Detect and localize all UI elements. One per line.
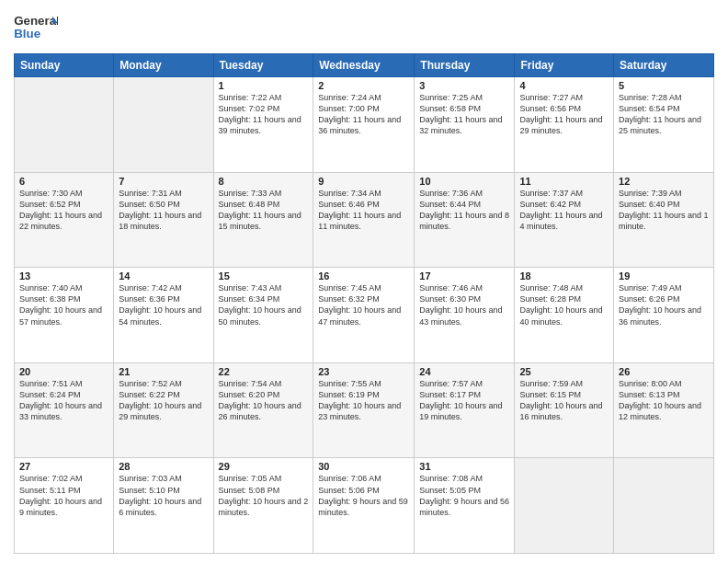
calendar-cell: [614, 458, 714, 554]
day-header-sunday: Sunday: [15, 54, 114, 77]
day-info: Sunrise: 7:30 AMSunset: 6:52 PMDaylight:…: [19, 188, 108, 233]
day-info: Sunrise: 7:37 AMSunset: 6:42 PMDaylight:…: [519, 188, 609, 233]
calendar-cell: 14Sunrise: 7:42 AMSunset: 6:36 PMDayligh…: [114, 268, 213, 363]
day-info: Sunrise: 7:05 AMSunset: 5:08 PMDaylight:…: [219, 473, 309, 518]
day-number: 26: [619, 366, 709, 377]
day-number: 16: [318, 270, 409, 282]
day-info: Sunrise: 7:24 AMSunset: 7:00 PMDaylight:…: [318, 92, 409, 137]
calendar-cell: 25Sunrise: 7:59 AMSunset: 6:15 PMDayligh…: [515, 362, 614, 458]
calendar-table: SundayMondayTuesdayWednesdayThursdayFrid…: [14, 53, 714, 554]
calendar-cell: 4Sunrise: 7:27 AMSunset: 6:56 PMDaylight…: [515, 77, 614, 173]
day-number: 7: [119, 176, 208, 187]
logo-icon: General Blue: [14, 9, 58, 46]
day-number: 29: [219, 461, 309, 472]
day-info: Sunrise: 7:39 AMSunset: 6:40 PMDaylight:…: [619, 188, 709, 233]
day-number: 12: [619, 176, 709, 187]
calendar-cell: 19Sunrise: 7:49 AMSunset: 6:26 PMDayligh…: [614, 268, 714, 363]
day-number: 20: [19, 366, 108, 377]
day-header-wednesday: Wednesday: [313, 54, 415, 77]
day-number: 1: [219, 80, 309, 91]
day-number: 11: [519, 176, 609, 187]
day-header-monday: Monday: [114, 54, 213, 77]
day-number: 25: [519, 366, 609, 377]
day-info: Sunrise: 7:34 AMSunset: 6:46 PMDaylight:…: [318, 188, 409, 233]
day-info: Sunrise: 7:42 AMSunset: 6:36 PMDaylight:…: [119, 282, 208, 327]
calendar-cell: 28Sunrise: 7:03 AMSunset: 5:10 PMDayligh…: [114, 458, 213, 554]
calendar-cell: 21Sunrise: 7:52 AMSunset: 6:22 PMDayligh…: [114, 362, 213, 458]
day-number: 8: [219, 176, 309, 187]
svg-text:General: General: [14, 14, 58, 28]
day-info: Sunrise: 7:51 AMSunset: 6:24 PMDaylight:…: [19, 378, 108, 423]
day-info: Sunrise: 7:54 AMSunset: 6:20 PMDaylight:…: [219, 378, 309, 423]
calendar-cell: 20Sunrise: 7:51 AMSunset: 6:24 PMDayligh…: [15, 362, 114, 458]
calendar-cell: 27Sunrise: 7:02 AMSunset: 5:11 PMDayligh…: [15, 458, 114, 554]
day-info: Sunrise: 7:31 AMSunset: 6:50 PMDaylight:…: [119, 188, 208, 233]
day-number: 13: [19, 270, 108, 282]
day-number: 31: [419, 461, 509, 472]
calendar-cell: 6Sunrise: 7:30 AMSunset: 6:52 PMDaylight…: [15, 172, 114, 268]
day-info: Sunrise: 7:02 AMSunset: 5:11 PMDaylight:…: [19, 473, 108, 518]
day-number: 27: [19, 461, 108, 472]
day-number: 23: [318, 366, 409, 377]
calendar-cell: 11Sunrise: 7:37 AMSunset: 6:42 PMDayligh…: [515, 172, 614, 268]
calendar-cell: 1Sunrise: 7:22 AMSunset: 7:02 PMDaylight…: [213, 77, 313, 173]
day-number: 4: [519, 80, 609, 91]
day-info: Sunrise: 7:22 AMSunset: 7:02 PMDaylight:…: [219, 92, 309, 137]
week-row-3: 20Sunrise: 7:51 AMSunset: 6:24 PMDayligh…: [15, 362, 714, 458]
week-row-0: 1Sunrise: 7:22 AMSunset: 7:02 PMDaylight…: [15, 77, 714, 173]
day-info: Sunrise: 7:33 AMSunset: 6:48 PMDaylight:…: [219, 188, 309, 233]
day-info: Sunrise: 7:25 AMSunset: 6:58 PMDaylight:…: [419, 92, 509, 137]
day-number: 14: [119, 270, 208, 282]
day-number: 9: [318, 176, 409, 187]
page: General Blue SundayMondayTuesdayWednesda…: [0, 0, 728, 563]
calendar-cell: [515, 458, 614, 554]
calendar-cell: 26Sunrise: 8:00 AMSunset: 6:13 PMDayligh…: [614, 362, 714, 458]
calendar-cell: 18Sunrise: 7:48 AMSunset: 6:28 PMDayligh…: [515, 268, 614, 363]
calendar-cell: 15Sunrise: 7:43 AMSunset: 6:34 PMDayligh…: [213, 268, 313, 363]
day-info: Sunrise: 7:03 AMSunset: 5:10 PMDaylight:…: [119, 473, 208, 518]
day-number: 10: [419, 176, 509, 187]
svg-text:Blue: Blue: [14, 27, 40, 40]
calendar-cell: 24Sunrise: 7:57 AMSunset: 6:17 PMDayligh…: [415, 362, 515, 458]
calendar-cell: [15, 77, 114, 173]
calendar-cell: 30Sunrise: 7:06 AMSunset: 5:06 PMDayligh…: [313, 458, 415, 554]
day-info: Sunrise: 7:36 AMSunset: 6:44 PMDaylight:…: [419, 188, 509, 233]
day-info: Sunrise: 7:27 AMSunset: 6:56 PMDaylight:…: [519, 92, 609, 137]
week-row-2: 13Sunrise: 7:40 AMSunset: 6:38 PMDayligh…: [15, 268, 714, 363]
day-info: Sunrise: 7:45 AMSunset: 6:32 PMDaylight:…: [318, 282, 409, 327]
day-number: 18: [519, 270, 609, 282]
calendar-cell: 17Sunrise: 7:46 AMSunset: 6:30 PMDayligh…: [415, 268, 515, 363]
day-number: 30: [318, 461, 409, 472]
day-info: Sunrise: 7:40 AMSunset: 6:38 PMDaylight:…: [19, 282, 108, 327]
day-number: 21: [119, 366, 208, 377]
day-number: 28: [119, 461, 208, 472]
day-number: 6: [19, 176, 108, 187]
day-info: Sunrise: 7:48 AMSunset: 6:28 PMDaylight:…: [519, 282, 609, 327]
day-info: Sunrise: 7:46 AMSunset: 6:30 PMDaylight:…: [419, 282, 509, 327]
calendar-cell: 23Sunrise: 7:55 AMSunset: 6:19 PMDayligh…: [313, 362, 415, 458]
calendar-cell: 5Sunrise: 7:28 AMSunset: 6:54 PMDaylight…: [614, 77, 714, 173]
day-number: 22: [219, 366, 309, 377]
day-number: 17: [419, 270, 509, 282]
calendar-cell: 13Sunrise: 7:40 AMSunset: 6:38 PMDayligh…: [15, 268, 114, 363]
day-info: Sunrise: 7:28 AMSunset: 6:54 PMDaylight:…: [619, 92, 709, 137]
calendar-header-row: SundayMondayTuesdayWednesdayThursdayFrid…: [15, 54, 714, 77]
day-info: Sunrise: 7:43 AMSunset: 6:34 PMDaylight:…: [219, 282, 309, 327]
week-row-4: 27Sunrise: 7:02 AMSunset: 5:11 PMDayligh…: [15, 458, 714, 554]
calendar-cell: 29Sunrise: 7:05 AMSunset: 5:08 PMDayligh…: [213, 458, 313, 554]
calendar-cell: 10Sunrise: 7:36 AMSunset: 6:44 PMDayligh…: [415, 172, 515, 268]
calendar-cell: 16Sunrise: 7:45 AMSunset: 6:32 PMDayligh…: [313, 268, 415, 363]
day-info: Sunrise: 7:49 AMSunset: 6:26 PMDaylight:…: [619, 282, 709, 327]
day-info: Sunrise: 7:08 AMSunset: 5:05 PMDaylight:…: [419, 473, 509, 518]
day-header-friday: Friday: [515, 54, 614, 77]
day-number: 2: [318, 80, 409, 91]
day-info: Sunrise: 7:55 AMSunset: 6:19 PMDaylight:…: [318, 378, 409, 423]
day-number: 5: [619, 80, 709, 91]
day-info: Sunrise: 7:52 AMSunset: 6:22 PMDaylight:…: [119, 378, 208, 423]
day-number: 15: [219, 270, 309, 282]
week-row-1: 6Sunrise: 7:30 AMSunset: 6:52 PMDaylight…: [15, 172, 714, 268]
calendar-cell: 9Sunrise: 7:34 AMSunset: 6:46 PMDaylight…: [313, 172, 415, 268]
day-info: Sunrise: 8:00 AMSunset: 6:13 PMDaylight:…: [619, 378, 709, 423]
day-header-thursday: Thursday: [415, 54, 515, 77]
calendar-cell: 8Sunrise: 7:33 AMSunset: 6:48 PMDaylight…: [213, 172, 313, 268]
